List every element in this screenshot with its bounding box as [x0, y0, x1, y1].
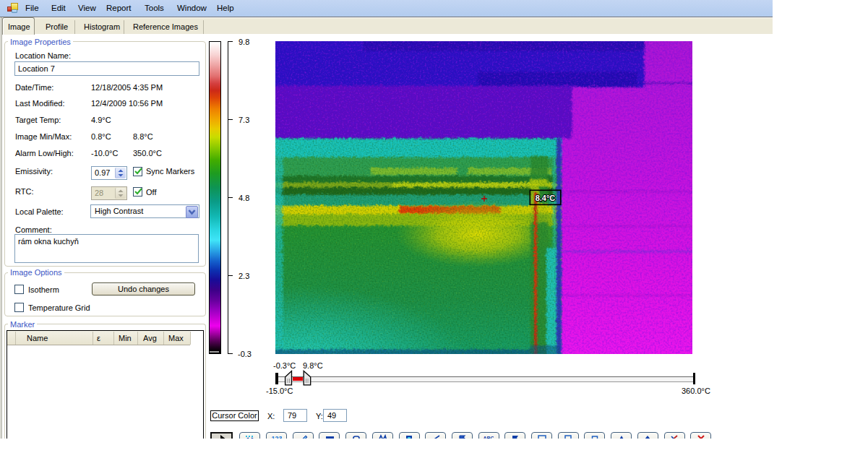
svg-text:ABC: ABC: [484, 436, 494, 439]
svg-text:8.4°C: 8.4°C: [536, 194, 556, 202]
svg-text:123: 123: [272, 435, 282, 439]
